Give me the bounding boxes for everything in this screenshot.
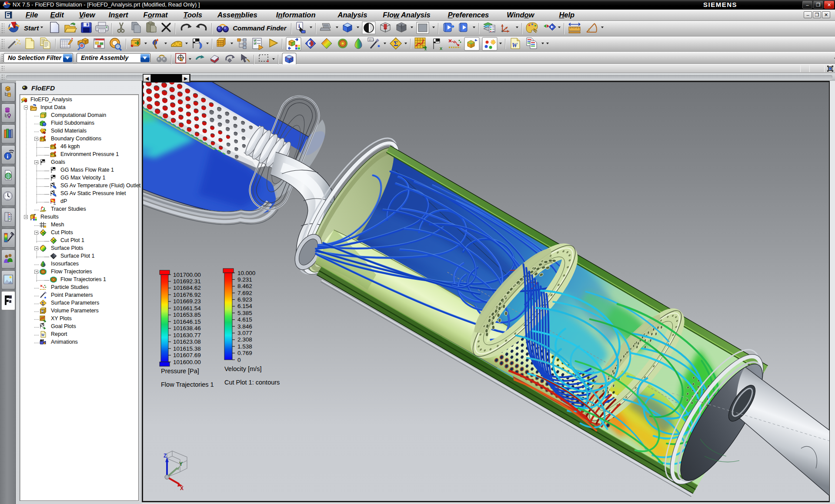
svg-text:101638.46: 101638.46 (173, 325, 201, 332)
svg-text:7.692: 7.692 (237, 290, 252, 296)
svg-text:Cut Plot 1: contours: Cut Plot 1: contours (224, 379, 280, 386)
svg-text:101653.85: 101653.85 (173, 312, 201, 318)
svg-text:Pressure [Pa]: Pressure [Pa] (161, 368, 199, 375)
svg-text:0.769: 0.769 (237, 350, 252, 356)
svg-text:10.1: 10.1 (368, 38, 374, 41)
svg-text:2.308: 2.308 (237, 336, 252, 343)
svg-text:Velocity [m/s]: Velocity [m/s] (224, 365, 261, 372)
svg-text:10.000: 10.000 (237, 270, 255, 276)
svg-text:Z: Z (164, 453, 167, 459)
svg-text:Σ: Σ (42, 309, 44, 313)
svg-text:W: W (512, 42, 518, 49)
svg-text:101607.69: 101607.69 (173, 352, 201, 358)
svg-text:3.846: 3.846 (237, 323, 252, 330)
svg-text:101630.77: 101630.77 (173, 332, 201, 338)
svg-text:6.154: 6.154 (237, 303, 252, 309)
svg-text:X: X (180, 485, 184, 491)
svg-text:101661.54: 101661.54 (173, 305, 201, 312)
svg-text:101676.92: 101676.92 (173, 292, 201, 298)
svg-text:101623.08: 101623.08 (173, 338, 201, 345)
svg-text:101692.31: 101692.31 (173, 278, 201, 285)
svg-text:Flow Trajectories 1: Flow Trajectories 1 (161, 381, 214, 388)
svg-text:Σ: Σ (53, 202, 56, 205)
svg-text:101669.23: 101669.23 (173, 298, 201, 305)
svg-text:Y: Y (179, 461, 183, 467)
svg-text:9.231: 9.231 (237, 276, 252, 283)
svg-text:x: x (424, 47, 427, 51)
svg-text:101615.38: 101615.38 (173, 345, 201, 352)
svg-text:5.385: 5.385 (237, 310, 252, 316)
svg-text:x: x (440, 46, 443, 51)
svg-text:8.462: 8.462 (237, 283, 252, 289)
svg-text:101700.00: 101700.00 (173, 272, 201, 278)
svg-text:Σ: Σ (394, 40, 398, 47)
svg-text:6.923: 6.923 (237, 296, 252, 303)
svg-text:4.615: 4.615 (237, 316, 252, 323)
svg-text:101684.62: 101684.62 (173, 285, 201, 291)
svg-text:101646.15: 101646.15 (173, 318, 201, 325)
svg-text:3.077: 3.077 (237, 330, 252, 336)
svg-text:101600.00: 101600.00 (173, 359, 201, 365)
svg-text:Σ: Σ (42, 302, 44, 306)
svg-text:1.538: 1.538 (237, 343, 252, 350)
svg-text:W: W (41, 333, 45, 337)
svg-text:i: i (7, 153, 9, 159)
svg-text:0: 0 (237, 357, 241, 363)
